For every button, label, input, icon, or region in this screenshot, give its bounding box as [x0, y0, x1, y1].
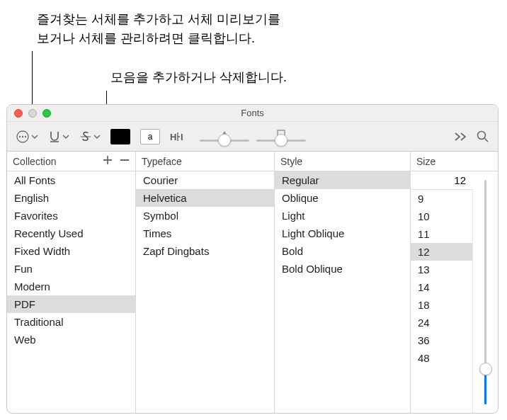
search-button[interactable] [477, 130, 489, 143]
svg-point-3 [25, 135, 26, 137]
list-item[interactable]: PDF [7, 295, 135, 313]
character-spacing-button[interactable]: HI [170, 131, 186, 142]
annotation-text: 즐겨찾는 서체를 추가하고 서체 미리보기를 [37, 10, 280, 29]
list-item[interactable]: 48 [411, 349, 472, 367]
add-collection-button[interactable] [103, 155, 113, 167]
list-item[interactable]: Times [136, 225, 274, 242]
list-item[interactable]: Traditional [7, 313, 135, 331]
size-slider[interactable] [473, 171, 498, 413]
list-item[interactable]: Courier [136, 171, 274, 189]
underline-button[interactable] [48, 130, 69, 143]
list-item[interactable]: 13 [411, 261, 472, 278]
list-item[interactable]: Bold [275, 242, 410, 260]
svg-point-2 [22, 135, 23, 137]
list-item[interactable]: Favorites [7, 207, 135, 225]
shadow-opacity-slider[interactable] [200, 127, 249, 147]
style-column: Style RegularObliqueLightLight ObliqueBo… [275, 152, 411, 413]
list-item[interactable]: Web [7, 331, 135, 348]
remove-collection-button[interactable] [120, 155, 130, 167]
list-item[interactable]: 12 [411, 243, 472, 261]
traffic-lights [14, 109, 51, 118]
toolbar: a HI [7, 122, 498, 152]
list-item[interactable]: 24 [411, 314, 472, 331]
maximize-button[interactable] [42, 109, 51, 118]
style-list[interactable]: RegularObliqueLightLight ObliqueBoldBold… [275, 171, 410, 413]
list-item[interactable]: Symbol [136, 207, 274, 225]
list-item[interactable]: Helvetica [136, 189, 274, 207]
typeface-list[interactable]: CourierHelveticaSymbolTimesZapf Dingbats [136, 171, 274, 413]
size-input[interactable] [411, 171, 473, 190]
titlebar: Fonts [7, 105, 498, 122]
list-item[interactable]: 36 [411, 331, 472, 349]
text-bg-letter: a [148, 132, 153, 142]
size-header-label: Size [416, 156, 435, 167]
list-item[interactable]: English [7, 189, 135, 207]
list-item[interactable]: Bold Oblique [275, 260, 410, 278]
window-title: Fonts [241, 108, 264, 118]
svg-line-12 [485, 138, 489, 142]
list-item[interactable]: 14 [411, 278, 472, 296]
size-list[interactable]: 9101112131418243648 [411, 190, 472, 413]
style-header-label: Style [280, 156, 302, 167]
list-item[interactable]: All Fonts [7, 171, 135, 189]
chevron-down-icon [93, 133, 101, 140]
list-item[interactable]: 11 [411, 225, 472, 243]
list-item[interactable]: Fun [7, 260, 135, 278]
list-item[interactable]: Recently Used [7, 225, 135, 242]
list-item[interactable]: Oblique [275, 189, 410, 207]
list-item[interactable]: Regular [275, 171, 410, 189]
collection-list[interactable]: All FontsEnglishFavoritesRecently UsedFi… [7, 171, 135, 413]
annotation-text: 보거나 서체를 관리하려면 클릭합니다. [37, 29, 280, 48]
size-column: Size 9101112131418243648 [411, 152, 498, 413]
svg-text:H: H [170, 132, 176, 142]
list-item[interactable]: 18 [411, 296, 472, 314]
list-item[interactable]: 10 [411, 208, 472, 225]
close-button[interactable] [14, 109, 23, 118]
typeface-column: Typeface CourierHelveticaSymbolTimesZapf… [136, 152, 275, 413]
svg-text:I: I [181, 132, 183, 142]
list-item[interactable]: Light [275, 207, 410, 225]
size-header: Size [411, 152, 498, 171]
typeface-header-label: Typeface [142, 156, 182, 167]
more-actions-button[interactable] [16, 130, 38, 144]
list-item[interactable]: Fixed Width [7, 242, 135, 260]
strikethrough-button[interactable] [79, 130, 101, 143]
chevron-down-icon [62, 133, 69, 140]
list-item[interactable]: Modern [7, 278, 135, 295]
chevron-down-icon [31, 133, 38, 140]
collection-column: Collection All FontsEnglishFavoritesRece… [7, 152, 136, 413]
document-color-button[interactable]: a [140, 129, 160, 144]
content-area: Collection All FontsEnglishFavoritesRece… [7, 152, 498, 413]
text-color-button[interactable] [110, 129, 130, 144]
typeface-header: Typeface [136, 152, 274, 171]
more-button[interactable] [454, 132, 467, 142]
svg-point-1 [19, 135, 21, 137]
annotation-text: 모음을 추가하거나 삭제합니다. [110, 68, 287, 87]
list-item[interactable]: 9 [411, 190, 472, 208]
collection-header-label: Collection [13, 156, 56, 167]
minimize-button[interactable] [28, 109, 37, 118]
shadow-blur-slider[interactable] [256, 127, 306, 147]
svg-point-11 [478, 131, 486, 139]
list-item[interactable]: Zapf Dingbats [136, 242, 274, 260]
style-header: Style [275, 152, 410, 171]
list-item[interactable]: Light Oblique [275, 225, 410, 242]
fonts-window: Fonts a HI [6, 104, 499, 414]
collection-header: Collection [7, 152, 135, 171]
